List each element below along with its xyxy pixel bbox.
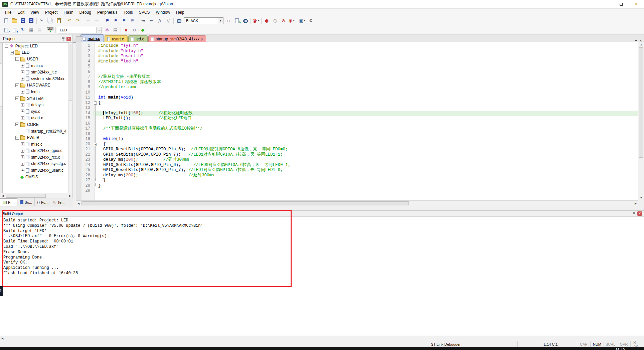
code-line-8[interactable]: 8//STM32F4工程模板-库函数版本 bbox=[76, 80, 638, 85]
line-number[interactable]: 10 bbox=[76, 90, 93, 96]
line-number[interactable]: 14 bbox=[76, 111, 93, 116]
code-line-4[interactable]: 4#include "led.h" bbox=[76, 59, 638, 64]
scroll-right-icon[interactable]: ▶ bbox=[633, 202, 638, 205]
tree-item-stm32f4xx-rcc-c[interactable]: +stm32f4xx_rcc.c bbox=[3, 154, 68, 161]
scroll-left-icon[interactable]: ◀ bbox=[0, 337, 5, 340]
menu-view[interactable]: View bbox=[27, 9, 42, 15]
expand-plus-icon[interactable]: + bbox=[21, 110, 24, 113]
line-number[interactable]: 9 bbox=[76, 85, 93, 90]
line-number[interactable]: 21 bbox=[76, 147, 93, 152]
code-line-23[interactable]: 23 delay_ms(200); //延时300ms bbox=[76, 157, 638, 163]
line-number[interactable]: 24 bbox=[76, 163, 93, 168]
code-line-20[interactable]: 20− { bbox=[76, 142, 638, 147]
expand-plus-icon[interactable]: + bbox=[21, 149, 24, 153]
stop-build-button[interactable]: ▦ bbox=[35, 26, 44, 34]
panel-splitter[interactable] bbox=[73, 43, 76, 206]
maximize-button[interactable] bbox=[613, 0, 629, 8]
code-line-1[interactable]: 1#include "sys.h" bbox=[76, 43, 638, 49]
outdent-button[interactable]: ⇤ bbox=[147, 17, 156, 24]
line-number[interactable]: 11 bbox=[76, 95, 93, 101]
bookmark-toggle-button[interactable]: ⚑ bbox=[103, 17, 112, 24]
build-button[interactable]: ▼ bbox=[10, 26, 19, 34]
code-line-12[interactable]: 12−{ bbox=[76, 101, 638, 106]
rebuild-button[interactable]: ↻ bbox=[19, 26, 27, 34]
file-extensions-button[interactable]: ▤ bbox=[111, 26, 120, 34]
tree-item-fwlib[interactable]: −FWLIB bbox=[3, 134, 68, 141]
project-vertical-scrollbar[interactable] bbox=[68, 43, 73, 193]
line-number[interactable]: 22 bbox=[76, 152, 93, 158]
scroll-right-icon[interactable]: ▶ bbox=[68, 194, 72, 197]
line-number[interactable]: 6 bbox=[76, 69, 93, 75]
fold-margin[interactable]: − bbox=[93, 101, 98, 106]
expand-plus-icon[interactable]: + bbox=[21, 155, 24, 159]
scrollbar-thumb[interactable] bbox=[82, 201, 409, 205]
tab-usart.c[interactable]: usart.c bbox=[105, 35, 128, 42]
menu-debug[interactable]: Debug bbox=[76, 9, 94, 15]
menu-project[interactable]: Project bbox=[42, 9, 60, 15]
target-select-combo[interactable]: LED▼ bbox=[58, 27, 102, 33]
expand-minus-icon[interactable]: − bbox=[15, 83, 19, 87]
code-line-9[interactable]: 9//genbotter.com bbox=[76, 85, 638, 90]
find-button[interactable] bbox=[241, 17, 250, 24]
line-number[interactable]: 3 bbox=[76, 54, 93, 59]
enable-disable-breakpoint-button[interactable]: ○ bbox=[271, 17, 279, 24]
selection-mode-button[interactable]: ▫ bbox=[224, 17, 233, 24]
tree-item-stm32f4xx-syscfg-c[interactable]: +stm32f4xx_syscfg.c bbox=[3, 161, 68, 167]
code-line-22[interactable]: 22 GPIO_SetBits(GPIOA,GPIO_Pin_7); //LED… bbox=[76, 152, 638, 158]
chevron-down-icon[interactable]: ▼ bbox=[218, 18, 223, 24]
code-line-21[interactable]: 21 GPIO_ResetBits(GPIOA,GPIO_Pin_6); //L… bbox=[76, 147, 638, 152]
code-line-25[interactable]: 25 GPIO_ResetBits(GPIOA,GPIO_Pin_7); //L… bbox=[76, 168, 638, 173]
tree-item-core[interactable]: −CORE bbox=[3, 121, 68, 128]
line-number[interactable]: 13 bbox=[76, 106, 93, 111]
find-next-button[interactable]: ✎ bbox=[233, 17, 241, 24]
code-line-19[interactable]: 19 while(1) bbox=[76, 137, 638, 142]
paste-button[interactable] bbox=[54, 17, 63, 24]
disable-all-breakpoints-button[interactable]: ◉▼ bbox=[288, 17, 296, 24]
editor-horizontal-scrollbar[interactable]: ◀ ▶ bbox=[76, 200, 638, 206]
translate-button[interactable]: ✓ bbox=[2, 26, 10, 34]
navigate-forward-button[interactable]: → bbox=[93, 17, 101, 24]
code-line-15[interactable]: 15 LED_Init(); //初始化LED端口 bbox=[76, 116, 638, 121]
expand-minus-icon[interactable]: − bbox=[5, 44, 8, 48]
menu-edit[interactable]: Edit bbox=[14, 9, 27, 15]
comment-button[interactable]: // bbox=[156, 17, 164, 24]
line-number[interactable]: 4 bbox=[76, 59, 93, 64]
navigate-back-button[interactable]: ← bbox=[84, 17, 93, 24]
build-output-horizontal-scrollbar[interactable]: ◀ bbox=[0, 336, 644, 341]
expand-plus-icon[interactable]: + bbox=[21, 142, 24, 146]
tree-item-sys-c[interactable]: +sys.c bbox=[3, 108, 68, 115]
expand-plus-icon[interactable]: + bbox=[21, 116, 24, 120]
line-number[interactable]: 17 bbox=[76, 126, 93, 132]
new-file-button[interactable] bbox=[2, 17, 10, 24]
bookmark-clear-all-button[interactable]: ⚑ bbox=[128, 17, 137, 24]
tree-item-project-led[interactable]: −❖Project: LED bbox=[3, 43, 68, 49]
tree-item-stm32f4xx-usart-c[interactable]: +stm32f4xx_usart.c bbox=[3, 167, 68, 174]
line-number[interactable]: 25 bbox=[76, 168, 93, 173]
code-line-26[interactable]: 26 delay_ms(200); //延时300ms bbox=[76, 173, 638, 178]
code-line-27[interactable]: 27 } bbox=[76, 178, 638, 183]
line-number[interactable]: 20 bbox=[76, 142, 93, 147]
line-number[interactable]: 29 bbox=[76, 188, 93, 194]
menu-peripherals[interactable]: Peripherals bbox=[94, 9, 121, 15]
autohide-tab[interactable] bbox=[0, 63, 2, 107]
bookmark-prev-button[interactable]: ⚑ bbox=[112, 17, 120, 24]
manage-rte-button[interactable]: ◆ bbox=[139, 26, 147, 34]
expand-minus-icon[interactable]: − bbox=[15, 57, 19, 61]
indent-button[interactable]: ⇥ bbox=[139, 17, 147, 24]
line-number[interactable]: 2 bbox=[76, 49, 93, 54]
project-horizontal-scrollbar[interactable]: ◀ ▶ bbox=[0, 193, 73, 198]
find-in-files-button[interactable] bbox=[175, 17, 183, 24]
line-number[interactable]: 15 bbox=[76, 116, 93, 121]
tab-startup_stm32f40_41xxx.s[interactable]: startup_stm32f40_41xxx.s bbox=[148, 35, 206, 42]
panel-tab-te[interactable]: 0,Te... bbox=[51, 198, 67, 206]
code-line-2[interactable]: 2#include "delay.h" bbox=[76, 49, 638, 54]
tree-item-system[interactable]: −SYSTEM bbox=[3, 95, 68, 102]
tab-led.c[interactable]: led.c bbox=[128, 35, 148, 42]
fold-collapse-icon[interactable]: − bbox=[94, 143, 97, 146]
expand-minus-icon[interactable]: − bbox=[15, 97, 19, 100]
line-number[interactable]: 28 bbox=[76, 183, 93, 189]
batch-build-button[interactable]: ▦ bbox=[27, 26, 35, 34]
code-line-29[interactable]: 29 bbox=[76, 188, 638, 194]
code-editor[interactable]: 1#include "sys.h"2#include "delay.h"3#in… bbox=[76, 42, 638, 200]
kill-all-breakpoints-button[interactable]: ⊘ bbox=[279, 17, 288, 24]
